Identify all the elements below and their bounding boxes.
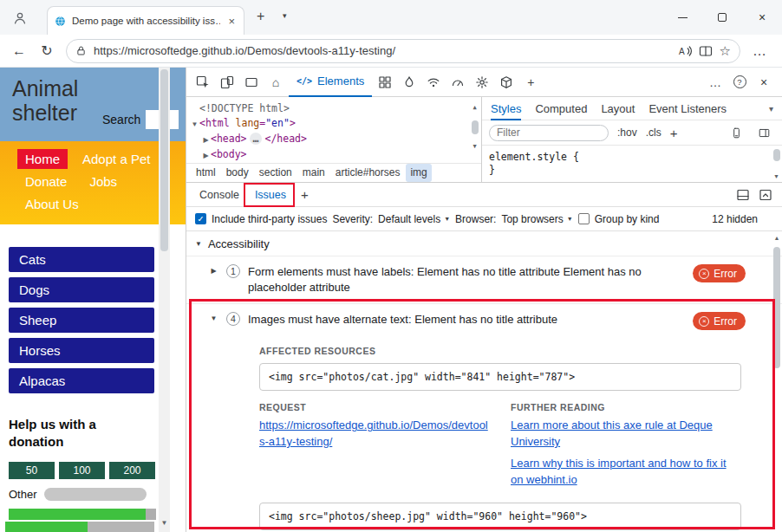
nav-link-jobs[interactable]: Jobs (81, 172, 125, 191)
expand-issue-icon[interactable]: ▶ (209, 264, 218, 275)
scroll-down-icon[interactable]: ▼ (472, 139, 476, 154)
expand-arrow-icon[interactable]: ▼ (190, 117, 199, 132)
tab-computed[interactable]: Computed (535, 97, 587, 120)
dom-line-doctype[interactable]: <!DOCTYPE html> (190, 101, 481, 116)
breadcrumb-main[interactable]: main (298, 164, 329, 182)
tab-menu-caret-icon[interactable]: ▾ (283, 11, 287, 20)
drawer-tab-issues[interactable]: Issues (247, 183, 294, 207)
dom-line-html[interactable]: ▼<html lang="en"> (190, 116, 481, 132)
styles-scrollbar[interactable]: ▼ (772, 149, 781, 179)
close-window-button[interactable]: × (742, 0, 782, 35)
profile-avatar-icon[interactable] (9, 7, 31, 29)
expand-drawer-icon[interactable] (754, 184, 777, 206)
refresh-button[interactable]: ↻ (35, 39, 59, 63)
element-classes-button[interactable]: .cls (646, 127, 661, 139)
performance-gauge-icon[interactable] (446, 71, 469, 94)
url-text[interactable]: https://microsoftedge.github.io/Demos/de… (94, 44, 671, 57)
donate-100-button[interactable]: 100 (59, 462, 105, 479)
include-third-party-checkbox[interactable]: ✓ (195, 213, 206, 224)
issue-row-form-labels[interactable]: ▶ 1 Form elements must have labels: Elem… (186, 256, 782, 303)
category-button-sheep[interactable]: Sheep (9, 308, 154, 333)
dom-scrollbar-thumb[interactable] (472, 120, 479, 134)
inspect-icon[interactable] (192, 71, 214, 94)
collapsed-content-ellipsis[interactable]: … (250, 133, 263, 145)
nav-link-about[interactable]: About Us (17, 194, 87, 214)
help-icon[interactable]: ? (728, 71, 751, 94)
welcome-home-icon[interactable]: ⌂ (264, 71, 287, 94)
category-button-alpacas[interactable]: Alpacas (9, 368, 154, 393)
address-bar[interactable]: https://microsoftedge.github.io/Demos/de… (66, 39, 740, 63)
minimize-button[interactable] (662, 0, 702, 35)
scroll-up-icon[interactable]: ▲ (772, 235, 782, 241)
back-button[interactable]: ← (7, 39, 31, 63)
dock-drawer-icon[interactable] (732, 184, 754, 206)
flame-icon[interactable] (398, 71, 420, 94)
collapse-arrow-icon[interactable]: ▶ (201, 148, 211, 163)
category-button-cats[interactable]: Cats (9, 247, 154, 272)
drawer-more-tabs-button[interactable]: + (294, 187, 316, 202)
element-style-rule[interactable]: element.style { } (482, 146, 782, 177)
close-devtools-icon[interactable]: × (753, 71, 775, 94)
more-tabs-chevron-icon[interactable]: ▾ (769, 104, 773, 114)
element-states-icon[interactable] (725, 121, 747, 144)
page-scroll-down-icon[interactable]: ▼ (159, 519, 170, 527)
nav-link-donate[interactable]: Donate (17, 172, 75, 191)
drawer-tab-console[interactable]: Console (192, 183, 247, 207)
styles-scrollbar-thumb[interactable] (773, 149, 780, 161)
breadcrumb-article-horses[interactable]: article#horses (331, 164, 405, 182)
nav-link-home[interactable]: Home (17, 149, 68, 169)
maximize-button[interactable] (702, 0, 742, 35)
styles-sidebar-toggle-icon[interactable] (753, 121, 775, 144)
grid-icon[interactable] (374, 71, 396, 94)
browser-tab[interactable]: Demo page with accessibility iss… × (47, 6, 244, 35)
new-style-rule-button[interactable]: + (670, 126, 678, 140)
dom-line-body[interactable]: ▶<body> (190, 147, 481, 163)
toggle-element-state-button[interactable]: :hov (617, 127, 637, 139)
webhint-link[interactable]: Learn why this is important and how to f… (511, 456, 736, 489)
new-tab-button[interactable]: + (257, 9, 264, 24)
axe-rule-link[interactable]: Learn more about this axe rule at Deque … (511, 418, 736, 451)
donate-200-button[interactable]: 200 (109, 462, 155, 479)
accessibility-section-header[interactable]: ▼ Accessibility (186, 231, 782, 256)
donate-50-button[interactable]: 50 (9, 462, 55, 479)
category-button-dogs[interactable]: Dogs (9, 277, 154, 302)
tab-close-icon[interactable]: × (226, 15, 237, 28)
styles-filter-input[interactable] (489, 125, 609, 141)
wifi-network-icon[interactable] (422, 71, 445, 94)
issue-row-images-alt[interactable]: ▼ 4 Images must have alternate text: Ele… (186, 303, 782, 338)
tab-event-listeners[interactable]: Event Listeners (648, 97, 727, 120)
breadcrumb-body[interactable]: body (222, 164, 253, 182)
collapse-arrow-icon[interactable]: ▶ (201, 133, 211, 147)
read-aloud-icon[interactable]: A (678, 44, 692, 58)
tab-styles[interactable]: Styles (491, 97, 521, 120)
issues-scrollbar-thumb[interactable] (773, 247, 780, 368)
customize-devtools-icon[interactable]: … (704, 71, 727, 94)
scroll-down-icon[interactable]: ▼ (773, 173, 779, 179)
request-link[interactable]: https://microsoftedge.github.io/Demos/de… (259, 418, 488, 451)
breadcrumb-img-selected[interactable]: img (406, 164, 431, 182)
tablet-mode-icon[interactable] (240, 71, 263, 94)
cube-3d-icon[interactable] (495, 71, 518, 94)
tab-layout[interactable]: Layout (601, 97, 635, 120)
dom-line-head[interactable]: ▶<head>…</head> (190, 132, 481, 147)
nav-link-adopt[interactable]: Adopt a Pet (75, 149, 158, 169)
split-screen-icon[interactable] (699, 44, 713, 58)
issues-scrollbar[interactable]: ▲ (772, 231, 782, 532)
favorites-star-icon[interactable]: ☆ (720, 43, 731, 59)
dom-scrollbar[interactable]: ▲ ▼ (470, 101, 479, 154)
section-expand-icon[interactable]: ▼ (195, 240, 202, 248)
breadcrumb-section[interactable]: section (255, 164, 297, 182)
scroll-up-icon[interactable]: ▲ (472, 101, 476, 115)
category-button-horses[interactable]: Horses (9, 338, 154, 363)
page-scrollbar-thumb[interactable] (160, 69, 168, 251)
gear-icon[interactable] (471, 71, 493, 94)
browser-dropdown[interactable]: Top browsers▼ (501, 213, 572, 225)
breadcrumb-html[interactable]: html (192, 164, 220, 182)
other-amount-input[interactable] (44, 488, 147, 501)
site-info-lock-icon[interactable] (75, 45, 87, 56)
device-emulation-icon[interactable] (216, 71, 238, 94)
group-by-kind-checkbox[interactable] (578, 213, 590, 224)
severity-dropdown[interactable]: Default levels▼ (378, 213, 450, 225)
settings-more-icon[interactable]: … (747, 39, 772, 63)
tab-elements[interactable]: </> Elements (289, 68, 372, 97)
